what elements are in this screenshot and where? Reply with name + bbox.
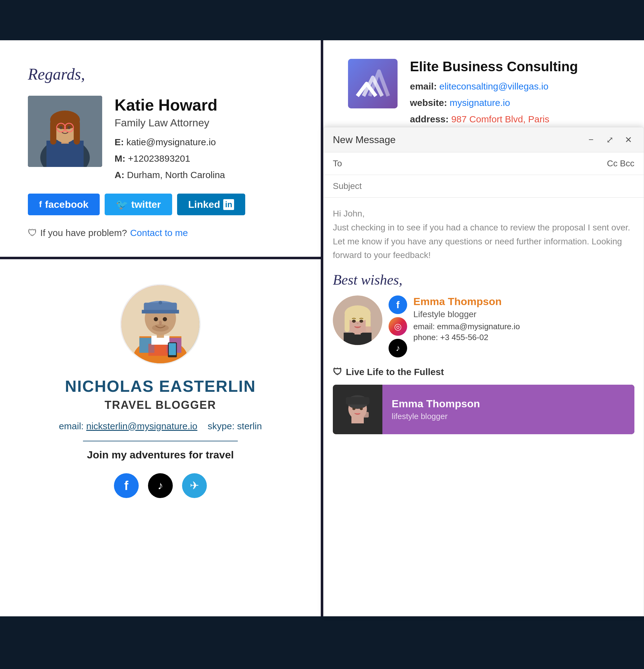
- emma-social-icons-column: f ◎ ♪: [389, 296, 407, 357]
- compose-subject-input[interactable]: [333, 181, 634, 191]
- katie-facebook-button[interactable]: f facebook: [28, 194, 100, 215]
- katie-linkedin-button[interactable]: Linked in: [177, 194, 245, 215]
- compose-body: Hi John, Just checking in to see if you …: [324, 198, 644, 616]
- nicholas-telegram-button[interactable]: ✈: [182, 473, 207, 498]
- svg-rect-39: [345, 313, 349, 332]
- facebook-circle-icon: f: [124, 479, 128, 493]
- katie-contact-link[interactable]: Contact to me: [130, 228, 188, 238]
- minimize-button[interactable]: −: [585, 133, 597, 146]
- nicholas-title: TRAVEL BLOGGER: [105, 399, 216, 412]
- katie-name: Katie Howard: [115, 96, 293, 114]
- main-row: Regards,: [0, 40, 644, 616]
- regards-text: Regards,: [28, 65, 293, 83]
- emma-phone-label: phone:: [413, 333, 438, 342]
- nicholas-email: nicksterlin@mysignature.io: [86, 421, 198, 431]
- right-panel: Elite Business Consulting email: eliteco…: [323, 40, 644, 616]
- svg-point-11: [59, 126, 62, 129]
- emma-banner-name: Emma Thompson: [392, 398, 625, 410]
- nicholas-contact: email: nicksterlin@mysignature.io skype:…: [59, 421, 262, 431]
- emma-banner-info: Emma Thompson lifestyle blogger: [382, 385, 634, 434]
- tiktok-circle-icon: ♪: [158, 479, 163, 492]
- emma-banner-role: lifestyle blogger: [392, 412, 625, 421]
- svg-rect-50: [346, 397, 369, 404]
- katie-email-label: E:: [115, 137, 124, 147]
- linkedin-in-icon: in: [223, 199, 234, 210]
- emma-email-value: emma@mysignature.io: [437, 322, 520, 331]
- nicholas-tiktok-button[interactable]: ♪: [148, 473, 173, 498]
- nicholas-divider: [83, 441, 238, 441]
- emma-photo: [333, 296, 382, 345]
- nicholas-skype-label: skype:: [208, 421, 235, 431]
- best-wishes-text: Best wishes,: [333, 272, 634, 288]
- compose-controls: − ⤢ ✕: [585, 133, 634, 146]
- svg-point-25: [158, 301, 162, 304]
- elite-email-label: email:: [410, 81, 437, 91]
- nicholas-section: NICHOLAS EASTERLIN TRAVEL BLOGGER email:…: [0, 259, 321, 616]
- live-life-line: 🛡 Live Life to the Fullest: [333, 367, 634, 377]
- katie-mobile-label: M:: [115, 153, 125, 163]
- svg-rect-7: [74, 120, 80, 145]
- katie-photo-bg: [28, 96, 102, 167]
- svg-rect-2: [46, 141, 84, 167]
- svg-point-12: [68, 126, 71, 129]
- nicholas-tagline: Join my adventures for travel: [87, 449, 234, 461]
- emma-facebook-icon[interactable]: f: [389, 296, 407, 314]
- compose-cc-bcc[interactable]: Cc Bcc: [607, 159, 634, 169]
- katie-contact-line: 🛡 If you have problem? Contact to me: [28, 228, 293, 238]
- katie-mobile: M: +12023893201: [115, 152, 293, 166]
- nicholas-photo: [120, 284, 201, 365]
- katie-email-value: katie@mysignature.io: [126, 137, 216, 147]
- maximize-icon: ⤢: [606, 135, 613, 145]
- shield-icon: 🛡: [28, 228, 37, 238]
- left-panel: Regards,: [0, 40, 321, 616]
- emma-name: Emma Thompson: [413, 296, 634, 308]
- emma-phone: phone: +3 455-56-02: [413, 333, 634, 342]
- katie-email: E: katie@mysignature.io: [115, 135, 293, 149]
- nicholas-social-buttons: f ♪ ✈: [114, 473, 207, 498]
- compose-to-input[interactable]: [358, 159, 601, 169]
- svg-point-42: [359, 319, 363, 323]
- elite-address-label: address:: [410, 114, 449, 124]
- maximize-button[interactable]: ⤢: [603, 133, 616, 146]
- twitter-bird-icon: 🐦: [116, 199, 128, 210]
- telegram-circle-icon: ✈: [190, 479, 199, 492]
- elite-website-row: website: mysignature.io: [410, 96, 619, 110]
- katie-section: Regards,: [0, 40, 321, 259]
- compose-window: New Message − ⤢ ✕ To Cc Bcc: [323, 127, 644, 616]
- emma-banner: Emma Thompson lifestyle blogger: [333, 385, 634, 434]
- emma-tiktok-icon[interactable]: ♪: [389, 339, 407, 357]
- elite-email-link[interactable]: eliteconsalting@villegas.io: [439, 81, 548, 91]
- svg-point-41: [352, 319, 356, 323]
- elite-address-value: 987 Comfort Blvd, Paris: [451, 114, 549, 124]
- nicholas-facebook-button[interactable]: f: [114, 473, 139, 498]
- emma-email-label: email:: [413, 322, 435, 331]
- katie-twitter-button[interactable]: 🐦 twitter: [105, 194, 172, 215]
- svg-point-26: [154, 317, 158, 322]
- emma-instagram-icon[interactable]: ◎: [389, 317, 407, 336]
- nicholas-email-label: email:: [59, 421, 84, 431]
- elite-address-row: address: 987 Comfort Blvd, Paris: [410, 112, 619, 126]
- elite-email-row: email: eliteconsalting@villegas.io: [410, 79, 619, 93]
- katie-address-value: Durham, North Carolina: [127, 170, 225, 180]
- svg-rect-43: [362, 326, 372, 333]
- katie-title: Family Law Attorney: [115, 117, 293, 129]
- close-button[interactable]: ✕: [622, 133, 634, 146]
- elite-info: Elite Business Consulting email: eliteco…: [410, 59, 619, 129]
- svg-rect-31: [169, 343, 176, 355]
- compose-to-row: To Cc Bcc: [324, 152, 644, 175]
- elite-website-link[interactable]: mysignature.io: [449, 98, 510, 108]
- katie-twitter-label: twitter: [131, 199, 161, 210]
- compose-title: New Message: [333, 134, 396, 145]
- svg-rect-24: [142, 310, 179, 313]
- compose-body-text: Hi John, Just checking in to see if you …: [333, 207, 634, 262]
- svg-point-29: [152, 324, 169, 331]
- compose-header: New Message − ⤢ ✕: [324, 127, 644, 152]
- emma-role: Lifestyle blogger: [413, 309, 634, 319]
- svg-point-51: [352, 408, 355, 410]
- katie-social-buttons: f facebook 🐦 twitter Linked in: [28, 194, 293, 215]
- compose-to-label: To: [333, 159, 352, 169]
- katie-linkedin-label: Linked: [188, 199, 220, 210]
- elite-logo: [348, 59, 398, 109]
- minimize-icon: −: [589, 135, 593, 145]
- emma-fb-icon: f: [396, 299, 400, 311]
